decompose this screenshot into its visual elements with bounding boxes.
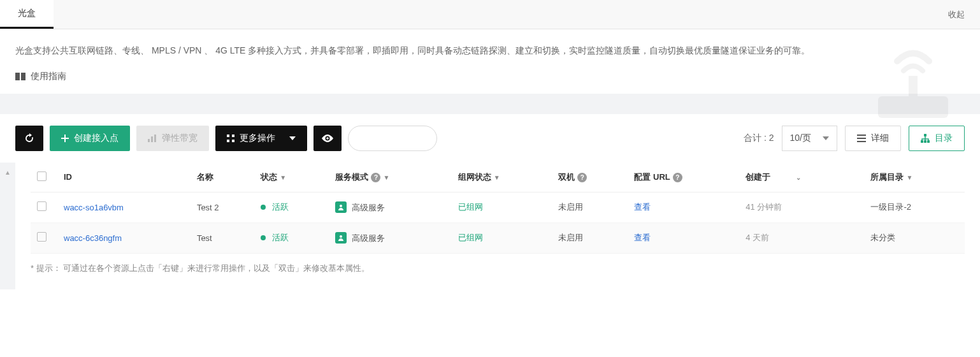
- guide-label: 使用指南: [31, 71, 66, 82]
- svg-rect-4: [148, 139, 150, 142]
- help-icon[interactable]: ?: [673, 173, 682, 182]
- elastic-label: 弹性带宽: [162, 133, 198, 144]
- select-all-checkbox[interactable]: [37, 171, 47, 181]
- chevron-down-icon: ▼: [494, 174, 500, 181]
- svg-point-11: [326, 137, 329, 140]
- cell-dual: 未启用: [552, 222, 628, 253]
- service-text: 高级服务: [352, 203, 385, 212]
- col-dual[interactable]: 双机?: [552, 163, 628, 193]
- col-dual-label: 双机: [558, 172, 575, 182]
- help-icon[interactable]: ?: [371, 173, 380, 182]
- tabs-bar: 光盒 收起: [0, 0, 980, 29]
- cell-status: 活跃: [254, 222, 329, 253]
- section-divider: [0, 94, 980, 114]
- cell-cfgurl: 查看: [628, 222, 739, 253]
- view-config-link[interactable]: 查看: [634, 202, 651, 212]
- cell-network: 已组网: [452, 222, 552, 253]
- pagesize-label: 10/页: [790, 133, 811, 144]
- more-label: 更多操作: [240, 133, 275, 144]
- cell-dir: 未分类: [864, 222, 965, 253]
- table-row[interactable]: wacc-6c36ngfm Test 活跃 高级服务 已组网 未启用 查看 4 …: [31, 222, 965, 253]
- view-config-link[interactable]: 查看: [634, 233, 651, 242]
- cell-created: 41 分钟前: [739, 192, 864, 222]
- row-checkbox[interactable]: [37, 201, 47, 211]
- status-dot-icon: [261, 235, 266, 240]
- visibility-button[interactable]: [313, 126, 342, 151]
- cell-name: Test: [191, 222, 254, 253]
- pagesize-select[interactable]: 10/页: [782, 126, 837, 151]
- toolbar: 创建接入点 弹性带宽 更多操作 合计 : 2 10/页: [0, 114, 980, 163]
- col-service-label: 服务模式: [335, 172, 368, 182]
- svg-rect-13: [857, 138, 866, 139]
- resource-id-link[interactable]: wacc-6c36ngfm: [64, 233, 122, 243]
- col-network-label: 组网状态: [458, 172, 491, 182]
- detail-view-button[interactable]: 详细: [845, 126, 901, 151]
- row-checkbox[interactable]: [37, 232, 47, 242]
- col-status-label: 状态: [261, 172, 277, 182]
- total-value: 2: [769, 133, 774, 143]
- search-input[interactable]: [348, 126, 437, 151]
- cell-created: 4 天前: [739, 222, 864, 253]
- svg-rect-18: [927, 140, 930, 143]
- catalog-label: 目录: [935, 133, 953, 144]
- svg-rect-7: [227, 135, 229, 137]
- side-gutter[interactable]: ▲: [0, 163, 15, 289]
- create-label: 创建接入点: [74, 133, 119, 144]
- collapse-link[interactable]: 收起: [933, 1, 980, 28]
- col-service[interactable]: 服务模式?▼: [329, 163, 451, 193]
- svg-point-19: [340, 205, 342, 207]
- more-actions-button[interactable]: 更多操作: [215, 126, 307, 151]
- col-network[interactable]: 组网状态▼: [452, 163, 552, 193]
- total-text: 合计 : 2: [744, 133, 774, 144]
- col-status[interactable]: 状态▼: [254, 163, 329, 193]
- svg-rect-1: [21, 73, 25, 80]
- service-text: 高级服务: [352, 233, 385, 243]
- chevron-down-icon: [823, 136, 829, 140]
- table-row[interactable]: wacc-so1a6vbm Test 2 活跃 高级服务 已组网 未启用 查看 …: [31, 192, 965, 222]
- svg-rect-15: [924, 134, 926, 136]
- tab-lightbox[interactable]: 光盒: [0, 0, 54, 29]
- cell-dir: 一级目录-2: [864, 192, 965, 222]
- triangle-up-icon: ▲: [4, 169, 11, 289]
- col-cfgurl[interactable]: 配置 URL?: [628, 163, 739, 193]
- col-created-label: 创建于: [746, 172, 770, 182]
- elastic-bandwidth-button: 弹性带宽: [136, 126, 209, 151]
- service-badge-icon: [335, 232, 347, 244]
- refresh-button[interactable]: [15, 126, 43, 151]
- list-icon: [857, 135, 866, 142]
- svg-rect-2: [909, 76, 918, 98]
- eye-icon: [322, 135, 333, 142]
- svg-rect-6: [154, 135, 156, 142]
- chevron-down-icon: ▼: [383, 174, 389, 181]
- resource-id-link[interactable]: wacc-so1a6vbm: [64, 203, 124, 212]
- svg-rect-0: [15, 73, 20, 80]
- cell-status: 活跃: [254, 192, 329, 222]
- cell-network: 已组网: [452, 192, 552, 222]
- col-name[interactable]: 名称: [191, 163, 254, 193]
- guide-link[interactable]: 使用指南: [15, 71, 965, 82]
- table-header-row: ID 名称 状态▼ 服务模式?▼ 组网状态▼ 双机? 配置 URL? 创建于⌄ …: [31, 163, 965, 193]
- table-area: ID 名称 状态▼ 服务模式?▼ 组网状态▼ 双机? 配置 URL? 创建于⌄ …: [31, 163, 980, 289]
- catalog-button[interactable]: 目录: [909, 126, 965, 151]
- content-wrap: ▲ ID 名称 状态▼ 服务模式?▼ 组网状态▼ 双机? 配置 URL? 创建于…: [0, 163, 980, 289]
- service-badge-icon: [335, 201, 347, 213]
- network-text: 已组网: [458, 233, 483, 242]
- svg-rect-5: [151, 136, 153, 142]
- chevron-down-icon: ▼: [906, 174, 912, 181]
- cell-service: 高级服务: [329, 222, 451, 253]
- col-cfgurl-label: 配置 URL: [634, 172, 670, 182]
- router-illustration-icon: [865, 39, 961, 122]
- bars-icon: [148, 135, 157, 142]
- svg-rect-16: [921, 140, 923, 143]
- cell-cfgurl: 查看: [628, 192, 739, 222]
- svg-rect-12: [857, 135, 866, 136]
- svg-rect-8: [232, 135, 234, 137]
- help-icon[interactable]: ?: [577, 173, 587, 182]
- col-dir[interactable]: 所属目录▼: [864, 163, 965, 193]
- col-id[interactable]: ID: [57, 163, 191, 193]
- col-created[interactable]: 创建于⌄: [739, 163, 864, 193]
- create-button[interactable]: 创建接入点: [50, 126, 130, 151]
- book-icon: [15, 72, 25, 81]
- status-dot-icon: [261, 205, 266, 210]
- svg-rect-17: [924, 140, 926, 143]
